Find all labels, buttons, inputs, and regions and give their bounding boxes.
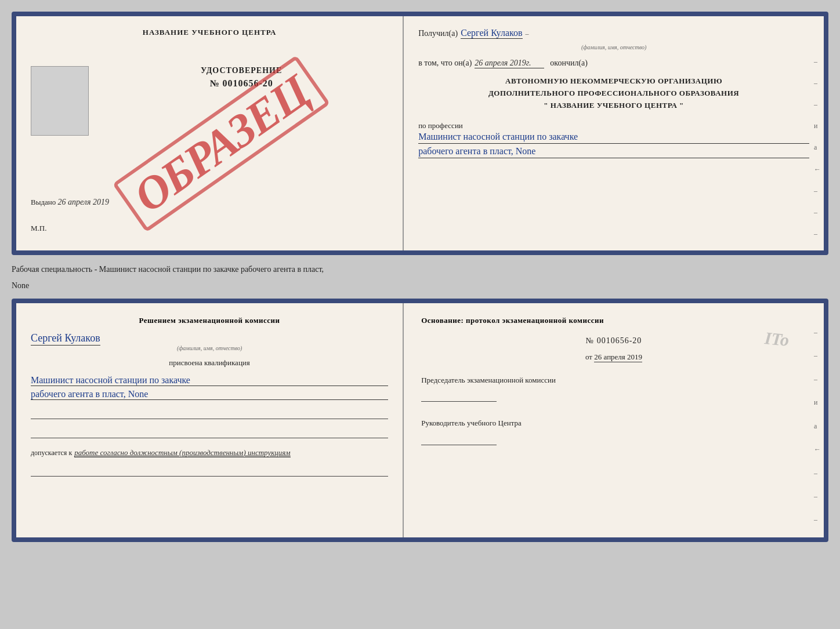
predsedatel-title: Председатель экзаменационной комиссии — [421, 375, 806, 386]
dopusk-label: допускается к — [31, 449, 72, 457]
blank-line3 — [31, 466, 388, 477]
kval-value1: Машинист насосной станции по закачке — [31, 375, 388, 386]
profession-value1: Машинист насосной станции по закачке — [418, 132, 809, 144]
rukovoditel-title: Руководитель учебного Центра — [421, 417, 806, 429]
dopusk-value: работе согласно должностным (производств… — [74, 448, 290, 457]
recipient-hint: (фамилия, имя, отчество) — [581, 44, 646, 50]
caption-text2: None — [12, 277, 828, 293]
protocol-number: № 0010656-20 — [421, 336, 806, 346]
blank-line2 — [31, 428, 388, 438]
cert-top-left: НАЗВАНИЕ УЧЕБНОГО ЦЕНТРА УДОСТОВЕРЕНИЕ №… — [16, 16, 404, 250]
mp-line: М.П. — [31, 224, 46, 233]
protocol-date-prefix: от — [585, 352, 592, 361]
vydano-label: Выдано — [31, 198, 56, 206]
kval-value2: рабочего агента в пласт, None — [31, 389, 388, 400]
udost-number: № 0010656-20 — [100, 78, 382, 89]
recipient-line: Получил(а) Сергей Кулаков – — [418, 28, 809, 39]
predsedatel-sign-line — [421, 390, 497, 402]
ito-stamp: ITo — [763, 328, 790, 350]
komissia-name-hint: (фамилия, имя, отчество) — [31, 345, 388, 351]
org-line1: АВТОНОМНУЮ НЕКОММЕРЧЕСКУЮ ОРГАНИЗАЦИЮ — [418, 75, 809, 88]
org-line3: " НАЗВАНИЕ УЧЕБНОГО ЦЕНТРА " — [418, 100, 809, 112]
certificate-top: НАЗВАНИЕ УЧЕБНОГО ЦЕНТРА УДОСТОВЕРЕНИЕ №… — [12, 12, 828, 255]
poluchil-label: Получил(а) — [418, 29, 458, 38]
certificate-bottom: Решением экзаменационной комиссии Сергей… — [12, 299, 828, 542]
udost-title: УДОСТОВЕРЕНИЕ — [100, 66, 382, 75]
v-tom-chto-label: в том, что он(а) — [418, 59, 472, 68]
cert-bottom-right: Основание: протокол экзаменационной коми… — [404, 303, 824, 537]
org-line2: ДОПОЛНИТЕЛЬНОГО ПРОФЕССИОНАЛЬНОГО ОБРАЗО… — [418, 88, 809, 100]
profession-block: по профессии Машинист насосной станции п… — [418, 121, 809, 158]
caption-text: Рабочая специальность - Машинист насосно… — [12, 261, 828, 277]
stamp-area: УДОСТОВЕРЕНИЕ № 0010656-20 ОБРАЗЕЦ Выдан… — [31, 43, 388, 239]
rukovoditel-block: Руководитель учебного Центра — [421, 417, 806, 445]
cert-top-right: Получил(а) Сергей Кулаков – (фамилия, им… — [404, 16, 824, 250]
okonchil-label: окончил(а) — [550, 59, 588, 68]
cert-bottom-left: Решением экзаменационной комиссии Сергей… — [16, 303, 404, 537]
profession-value2: рабочего агента в пласт, None — [418, 146, 809, 158]
komissia-name: Сергей Кулаков — [31, 332, 100, 346]
vydano-date: 26 апреля 2019 — [58, 198, 109, 206]
osnovanie-title: Основание: протокол экзаменационной коми… — [421, 315, 806, 326]
kval-block: Машинист насосной станции по закачке раб… — [31, 373, 388, 400]
date-value: 26 апреля 2019г. — [475, 59, 544, 68]
caption-block: Рабочая специальность - Машинист насосно… — [12, 261, 828, 293]
recipient-name: Сергей Кулаков — [461, 28, 522, 39]
komissia-title: Решением экзаменационной комиссии — [31, 315, 388, 326]
cert-top-title: НАЗВАНИЕ УЧЕБНОГО ЦЕНТРА — [31, 28, 388, 37]
right-dashes-bottom: – – – и а ← – – – — [814, 321, 821, 532]
protocol-date-value: 26 апреля 2019 — [594, 352, 642, 362]
page-wrapper: НАЗВАНИЕ УЧЕБНОГО ЦЕНТРА УДОСТОВЕРЕНИЕ №… — [12, 12, 828, 542]
komissia-name-block: Сергей Кулаков (фамилия, имя, отчество) — [31, 332, 388, 351]
protocol-date: от 26 апреля 2019 — [421, 352, 806, 362]
org-block: АВТОНОМНУЮ НЕКОММЕРЧЕСКУЮ ОРГАНИЗАЦИЮ ДО… — [418, 75, 809, 111]
photo-placeholder — [31, 66, 89, 136]
prisvoena-text: присвоена квалификация — [31, 358, 388, 368]
right-dashes-top: – – – и а ← – – – — [814, 51, 821, 245]
predsedatel-block: Председатель экзаменационной комиссии — [421, 375, 806, 402]
dopuskaetsya-block: допускается к работе согласно должностны… — [31, 447, 388, 457]
rukovoditel-sign-line — [421, 434, 497, 445]
po-professii-label: по профессии — [418, 121, 809, 130]
date-line: в том, что он(а) 26 апреля 2019г. окончи… — [418, 59, 809, 68]
udostoverenie-block: УДОСТОВЕРЕНИЕ № 0010656-20 — [100, 66, 382, 89]
vydano-line: Выдано 26 апреля 2019 — [31, 198, 382, 207]
blank-line1 — [31, 409, 388, 419]
